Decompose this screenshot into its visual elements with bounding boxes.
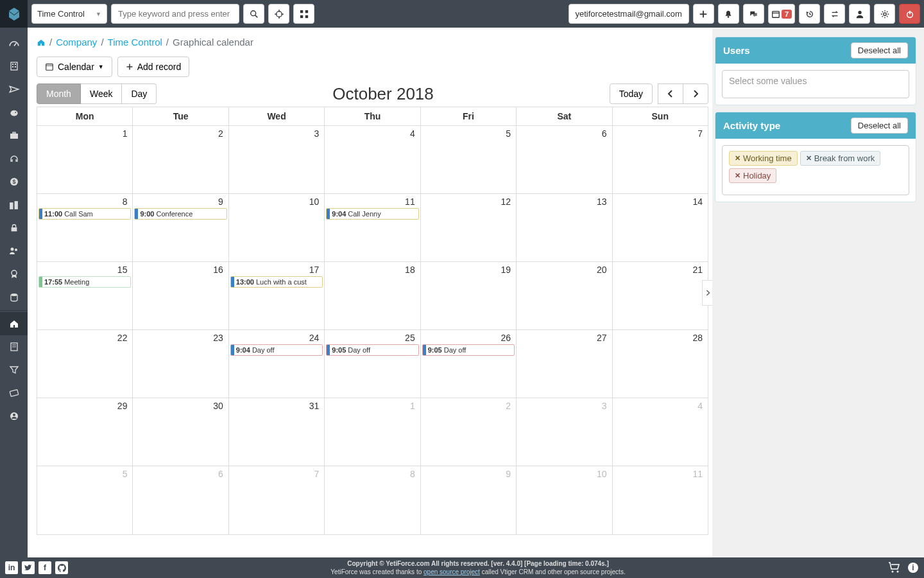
- next-button[interactable]: [683, 83, 708, 104]
- calendar-dropdown[interactable]: Calendar ▼: [37, 57, 112, 77]
- logout-button[interactable]: [899, 4, 920, 24]
- calendar-event[interactable]: 17:55Meeting: [38, 276, 131, 288]
- calendar-day-cell[interactable]: 1: [37, 126, 133, 193]
- chat-button[interactable]: [743, 4, 764, 24]
- users-deselect-all[interactable]: Deselect all: [851, 42, 908, 58]
- calendar-day-cell[interactable]: 30: [133, 398, 228, 466]
- calendar-day-cell[interactable]: 5: [421, 126, 517, 193]
- nav-support[interactable]: [0, 147, 28, 170]
- quick-create-button[interactable]: [693, 4, 714, 24]
- calendar-day-cell[interactable]: 12: [421, 194, 517, 261]
- calendar-day-cell[interactable]: 6: [133, 466, 228, 534]
- calendar-event[interactable]: 9:04Day off: [230, 344, 323, 356]
- notifications-button[interactable]: [718, 4, 739, 24]
- nav-database[interactable]: [0, 286, 28, 309]
- nav-company[interactable]: [0, 335, 28, 358]
- add-record-button[interactable]: Add record: [117, 57, 189, 77]
- calendar-day-cell[interactable]: 13: [517, 194, 612, 261]
- history-button[interactable]: [799, 4, 820, 24]
- calendar-day-cell[interactable]: 7: [229, 466, 325, 534]
- grid-button[interactable]: [293, 4, 314, 24]
- calendar-day-cell[interactable]: 14: [613, 194, 708, 261]
- calendar-day-cell[interactable]: 16: [133, 262, 228, 329]
- today-button[interactable]: Today: [610, 83, 653, 104]
- calendar-day-cell[interactable]: 259:05Day off: [325, 330, 420, 398]
- tag-remove-icon[interactable]: ✕: [735, 171, 740, 180]
- calendar-event[interactable]: 9:05Day off: [326, 344, 418, 356]
- calendar-event[interactable]: 13:00Luch with a cust: [230, 276, 323, 288]
- nav-companies[interactable]: [0, 55, 28, 78]
- user-button[interactable]: [849, 4, 870, 24]
- search-button[interactable]: [243, 4, 264, 24]
- calendar-day-cell[interactable]: 10: [229, 194, 325, 261]
- app-logo[interactable]: [0, 0, 28, 28]
- global-search-input[interactable]: [111, 4, 239, 24]
- collapse-right-panel[interactable]: [702, 280, 712, 306]
- calendar-day-cell[interactable]: 28: [613, 330, 708, 398]
- cart-icon[interactable]: [888, 562, 901, 574]
- settings-button[interactable]: [874, 4, 895, 24]
- activity-deselect-all[interactable]: Deselect all: [851, 118, 908, 134]
- twitter-icon[interactable]: [22, 561, 35, 574]
- activity-tag[interactable]: ✕Holiday: [729, 168, 776, 183]
- calendar-day-cell[interactable]: 18: [325, 262, 420, 329]
- switch-user-button[interactable]: [824, 4, 845, 24]
- calendar-day-cell[interactable]: 99:00Conference: [133, 194, 228, 261]
- nav-tickets[interactable]: [0, 381, 28, 405]
- prev-button[interactable]: [658, 83, 683, 104]
- nav-users[interactable]: [0, 240, 28, 263]
- calendar-day-cell[interactable]: 27: [517, 330, 612, 398]
- calendar-event[interactable]: 9:00Conference: [134, 208, 227, 220]
- nav-finance[interactable]: $: [0, 170, 28, 193]
- linkedin-icon[interactable]: in: [5, 561, 18, 574]
- tag-remove-icon[interactable]: ✕: [806, 154, 812, 162]
- users-select[interactable]: Select some values: [722, 70, 909, 98]
- nav-campaigns[interactable]: [0, 78, 28, 101]
- calendar-day-cell[interactable]: 11: [613, 466, 708, 534]
- reminders-button[interactable]: 7: [768, 4, 795, 24]
- calendar-day-cell[interactable]: 8: [325, 466, 420, 534]
- calendar-day-cell[interactable]: 10: [517, 466, 612, 534]
- calendar-day-cell[interactable]: 21: [613, 262, 708, 329]
- calendar-day-cell[interactable]: 269:05Day off: [421, 330, 517, 398]
- calendar-day-cell[interactable]: 23: [133, 330, 228, 398]
- nav-profile[interactable]: [0, 405, 28, 428]
- user-email[interactable]: yetiforcetestmail@gmail.com: [569, 4, 689, 24]
- breadcrumb-home[interactable]: [37, 38, 46, 47]
- calendar-event[interactable]: 11:00Call Sam: [38, 208, 131, 220]
- calendar-day-cell[interactable]: 119:04Call Jenny: [325, 194, 420, 261]
- calendar-day-cell[interactable]: 7: [613, 126, 708, 193]
- activity-tag[interactable]: ✕Working time: [729, 151, 798, 166]
- calendar-day-cell[interactable]: 20: [517, 262, 612, 329]
- calendar-day-cell[interactable]: 9: [421, 466, 517, 534]
- view-day[interactable]: Day: [122, 83, 157, 104]
- breadcrumb-company[interactable]: Company: [56, 37, 97, 48]
- calendar-day-cell[interactable]: 249:04Day off: [229, 330, 325, 398]
- calendar-event[interactable]: 9:05Day off: [422, 344, 515, 356]
- view-month[interactable]: Month: [37, 83, 81, 104]
- calendar-day-cell[interactable]: 22: [37, 330, 133, 398]
- calendar-day-cell[interactable]: 1713:00Luch with a cust: [229, 262, 325, 329]
- nav-funnel[interactable]: [0, 358, 28, 381]
- calendar-day-cell[interactable]: 5: [37, 466, 133, 534]
- activity-select[interactable]: ✕Working time✕Break from work✕Holiday: [722, 145, 909, 195]
- info-icon[interactable]: i: [907, 562, 919, 574]
- module-select[interactable]: Time Control ▼: [31, 4, 107, 24]
- calendar-day-cell[interactable]: 3: [517, 398, 612, 466]
- activity-tag[interactable]: ✕Break from work: [800, 151, 881, 166]
- tag-remove-icon[interactable]: ✕: [735, 154, 740, 162]
- nav-piggy[interactable]: [0, 101, 28, 124]
- calendar-day-cell[interactable]: 31: [229, 398, 325, 466]
- calendar-day-cell[interactable]: 29: [37, 398, 133, 466]
- calendar-day-cell[interactable]: 811:00Call Sam: [37, 194, 133, 261]
- calendar-day-cell[interactable]: 1: [325, 398, 420, 466]
- nav-security[interactable]: [0, 216, 28, 240]
- view-week[interactable]: Week: [81, 83, 123, 104]
- calendar-day-cell[interactable]: 4: [613, 398, 708, 466]
- github-icon[interactable]: [55, 561, 68, 574]
- calendar-day-cell[interactable]: 3: [229, 126, 325, 193]
- calendar-day-cell[interactable]: 2: [421, 398, 517, 466]
- nav-briefcase[interactable]: [0, 124, 28, 147]
- calendar-day-cell[interactable]: 1517:55Meeting: [37, 262, 133, 329]
- facebook-icon[interactable]: f: [38, 561, 51, 574]
